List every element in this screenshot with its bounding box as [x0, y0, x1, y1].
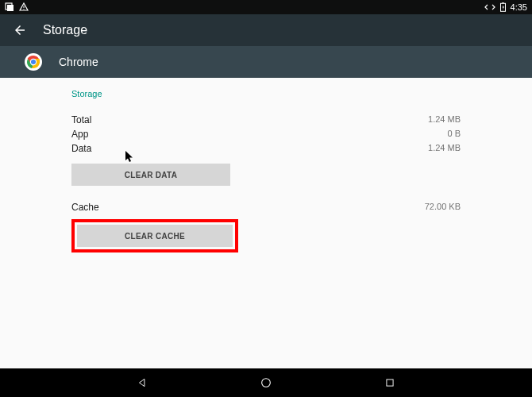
value-data: 1.24 MB	[428, 141, 461, 156]
label-app: App	[71, 127, 88, 141]
status-bar: 4:35	[0, 0, 532, 14]
row-cache: Cache 72.00 KB	[71, 200, 461, 214]
highlight-clear-cache: CLEAR CACHE	[71, 219, 238, 252]
action-bar-title: Storage	[43, 23, 87, 37]
svg-point-9	[262, 379, 271, 387]
back-button[interactable]	[13, 23, 27, 37]
dev-icon	[484, 3, 495, 11]
section-title-storage: Storage	[71, 89, 461, 98]
clear-data-button[interactable]: CLEAR DATA	[71, 164, 230, 186]
overlay-icon	[5, 2, 14, 12]
row-total: Total 1.24 MB	[71, 113, 461, 127]
app-name: Chrome	[59, 56, 98, 68]
svg-rect-10	[387, 380, 393, 386]
nav-bar	[0, 368, 532, 397]
value-cache: 72.00 KB	[425, 200, 461, 214]
label-cache: Cache	[71, 200, 99, 214]
value-app: 0 B	[447, 127, 461, 141]
nav-back-button[interactable]	[136, 376, 148, 389]
app-header: Chrome	[0, 46, 532, 78]
row-data: Data 1.24 MB	[71, 141, 461, 156]
nav-home-button[interactable]	[260, 376, 272, 389]
clear-cache-button[interactable]: CLEAR CACHE	[77, 225, 233, 247]
row-app: App 0 B	[71, 127, 461, 141]
svg-point-3	[23, 9, 24, 10]
chrome-icon	[24, 52, 43, 71]
label-total: Total	[71, 113, 91, 127]
status-time: 4:35	[511, 2, 527, 12]
warning-icon	[19, 2, 29, 12]
svg-rect-1	[7, 5, 13, 11]
nav-recent-button[interactable]	[384, 376, 396, 389]
content-area: Storage Total 1.24 MB App 0 B Data 1.24 …	[0, 78, 532, 252]
battery-icon	[500, 2, 506, 12]
label-data: Data	[71, 141, 91, 156]
action-bar: Storage	[0, 14, 532, 46]
value-total: 1.24 MB	[428, 113, 461, 127]
